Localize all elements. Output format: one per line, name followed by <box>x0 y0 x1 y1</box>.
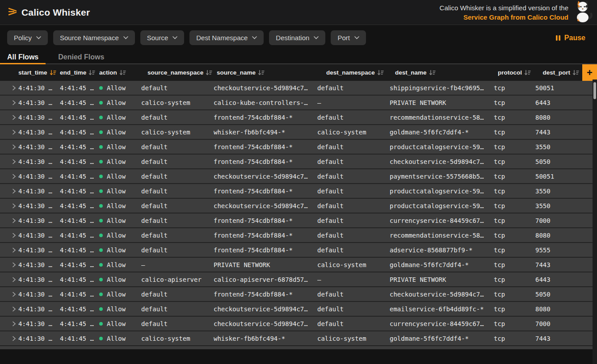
sort-icon[interactable] <box>524 70 531 75</box>
chevron-down-icon <box>252 36 257 39</box>
cell-dest-name: currencyservice-84459c67… <box>390 320 494 327</box>
chevron-right-icon <box>12 188 16 194</box>
row-expander[interactable] <box>0 159 18 164</box>
cell-source-name: frontend-754cdbf884-* <box>214 143 317 151</box>
row-expander[interactable] <box>0 262 18 268</box>
flow-table-row[interactable]: 4:41:30 … 4:41:45 … Allow default checko… <box>0 81 593 96</box>
column-header-dest-namespace[interactable]: dest_namespace <box>317 69 390 76</box>
flow-table-row[interactable]: 4:41:30 … 4:41:45 … Allow default checko… <box>0 317 593 331</box>
flow-table-row[interactable]: 4:41:30 … 4:41:45 … Allow default fronte… <box>0 140 593 155</box>
cell-start-time: 4:41:30 … <box>18 320 60 327</box>
flow-table-row[interactable]: 4:41:30 … 4:41:45 … Allow default checko… <box>0 199 593 213</box>
filter-source[interactable]: Source <box>140 30 185 45</box>
flow-table-row-partial <box>0 346 593 349</box>
cell-protocol: tcp <box>494 247 535 254</box>
row-expander[interactable] <box>0 277 18 282</box>
flow-table-row[interactable]: 4:41:30 … 4:41:45 … Allow default fronte… <box>0 243 593 258</box>
tab-denied-flows[interactable]: Denied Flows <box>51 50 111 64</box>
cell-dest-port: 7443 <box>535 335 593 342</box>
row-expander[interactable] <box>0 144 18 150</box>
cell-dest-name: PRIVATE NETWORK <box>390 99 494 106</box>
row-expander[interactable] <box>0 321 18 326</box>
column-header-action[interactable]: action <box>99 69 141 76</box>
sort-icon[interactable] <box>50 70 56 75</box>
cell-start-time: 4:41:30 … <box>18 143 60 151</box>
filter-destination[interactable]: Destination <box>269 30 325 45</box>
row-expander[interactable] <box>0 218 18 223</box>
column-header-end-time[interactable]: end_time <box>60 69 99 76</box>
cell-source-namespace: default <box>141 320 214 327</box>
sort-icon[interactable] <box>429 70 436 75</box>
filter-source-namespace[interactable]: Source Namespace <box>53 30 135 45</box>
flow-table-row[interactable]: 4:41:30 … 4:41:45 … Allow calico-apiserv… <box>0 272 593 287</box>
flow-table-row[interactable]: 4:41:30 … 4:41:45 … Allow calico-system … <box>0 96 593 110</box>
service-graph-link[interactable]: Service Graph from Calico Cloud <box>440 13 568 22</box>
flow-table-row[interactable]: 4:41:30 … 4:41:45 … Allow default fronte… <box>0 110 593 125</box>
row-expander[interactable] <box>0 292 18 297</box>
flow-table-row[interactable]: 4:41:30 … 4:41:45 … Allow default fronte… <box>0 184 593 199</box>
flow-table-row[interactable]: 4:41:30 … 4:41:45 … Allow default checko… <box>0 169 593 184</box>
chevron-right-icon <box>12 115 16 120</box>
column-header-source-name[interactable]: source_name <box>214 69 317 76</box>
tab-all-flows[interactable]: All Flows <box>0 50 46 64</box>
sort-icon[interactable] <box>377 70 384 75</box>
flow-table-row[interactable]: 4:41:30 … 4:41:45 … Allow – PRIVATE NETW… <box>0 258 593 272</box>
row-expander[interactable] <box>0 247 18 253</box>
cell-action: Allow <box>99 143 141 151</box>
row-expander[interactable] <box>0 115 18 120</box>
column-header-start-time[interactable]: start_time <box>18 69 60 76</box>
sort-icon[interactable] <box>119 70 126 75</box>
row-expander[interactable] <box>0 130 18 135</box>
pause-button[interactable]: Pause <box>551 34 590 42</box>
sort-icon[interactable] <box>206 70 212 75</box>
chevron-right-icon <box>12 336 16 341</box>
scrollbar-thumb[interactable] <box>593 82 596 99</box>
column-header-protocol[interactable]: protocol <box>494 69 535 76</box>
row-expander[interactable] <box>0 336 18 341</box>
cell-source-name: checkoutservice-5d9894c7… <box>214 320 317 327</box>
chevron-right-icon <box>12 85 16 91</box>
filter-policy[interactable]: Policy <box>7 30 48 45</box>
row-expander[interactable] <box>0 100 18 105</box>
flow-table-row[interactable]: 4:41:30 … 4:41:45 … Allow default fronte… <box>0 213 593 228</box>
filter-port[interactable]: Port <box>331 30 366 45</box>
filter-dest-namespace[interactable]: Dest Namespace <box>189 30 264 45</box>
row-expander[interactable] <box>0 306 18 312</box>
row-expander[interactable] <box>0 85 18 91</box>
cell-dest-namespace: default <box>317 217 390 224</box>
flow-table-row[interactable]: 4:41:30 … 4:41:45 … Allow default fronte… <box>0 155 593 169</box>
allow-status-dot-icon <box>99 293 103 296</box>
row-expander[interactable] <box>0 174 18 179</box>
flow-table-row[interactable]: 4:41:30 … 4:41:45 … Allow default checko… <box>0 302 593 317</box>
sort-icon[interactable] <box>258 70 265 75</box>
table-scrollbar[interactable] <box>593 79 597 364</box>
sort-icon[interactable] <box>88 70 95 75</box>
cell-dest-port: 5050 <box>535 158 593 165</box>
row-expander[interactable] <box>0 188 18 194</box>
chevron-right-icon <box>12 100 16 105</box>
column-header-dest-name[interactable]: dest_name <box>390 69 494 76</box>
cell-dest-port: 3550 <box>535 202 593 209</box>
allow-status-dot-icon <box>99 86 103 90</box>
row-expander[interactable] <box>0 233 18 238</box>
cell-source-name: frontend-754cdbf884-* <box>214 217 317 224</box>
column-header-source-namespace[interactable]: source_namespace <box>141 69 214 76</box>
pause-label: Pause <box>564 34 585 42</box>
chevron-down-icon <box>314 36 319 39</box>
row-expander[interactable] <box>0 203 18 209</box>
flow-table-row[interactable]: 4:41:30 … 4:41:45 … Allow default fronte… <box>0 228 593 243</box>
add-column-button[interactable]: + <box>582 64 597 81</box>
cell-dest-port: 7000 <box>535 320 593 327</box>
allow-status-dot-icon <box>99 204 103 208</box>
sort-icon[interactable] <box>572 70 579 75</box>
cell-dest-name: recommendationservice-58… <box>390 114 494 121</box>
flow-table-row[interactable]: 4:41:30 … 4:41:45 … Allow calico-system … <box>0 331 593 346</box>
cell-action: Allow <box>99 261 141 268</box>
cell-source-name: frontend-754cdbf884-* <box>214 158 317 165</box>
flow-table-row[interactable]: 4:41:30 … 4:41:45 … Allow default fronte… <box>0 287 593 302</box>
cell-start-time: 4:41:30 … <box>18 158 60 165</box>
cell-source-namespace: default <box>141 143 214 151</box>
allow-status-dot-icon <box>99 234 103 237</box>
flow-table-row[interactable]: 4:41:30 … 4:41:45 … Allow calico-system … <box>0 125 593 140</box>
chevron-right-icon <box>12 306 16 312</box>
